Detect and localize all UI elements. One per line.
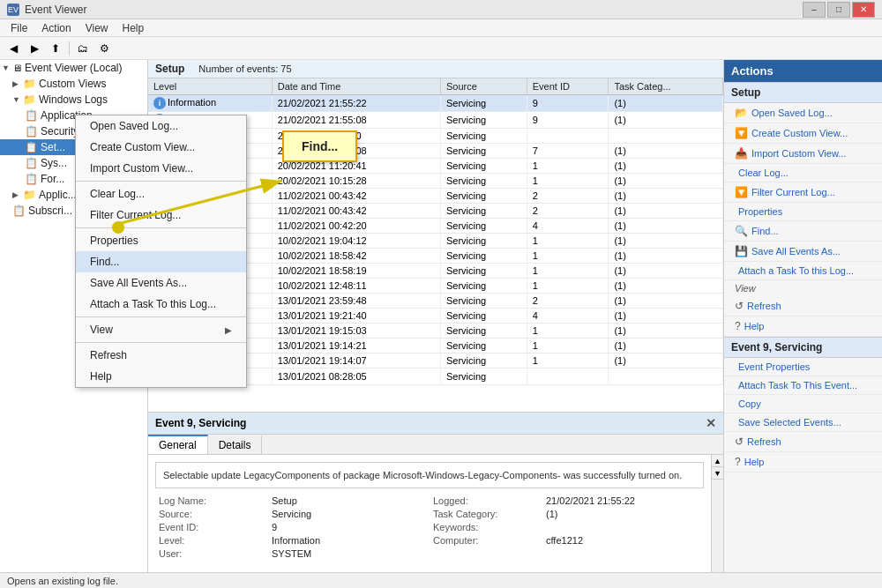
action-open-saved-log[interactable]: 📂 Open Saved Log... [724, 103, 882, 123]
cell-date: 13/01/2021 19:15:03 [272, 324, 440, 339]
action-copy[interactable]: Copy [724, 395, 882, 413]
col-eventid[interactable]: Event ID [527, 78, 609, 95]
ctx-find[interactable]: Find... [76, 251, 246, 272]
action-save-events[interactable]: 💾 Save All Events As... [724, 242, 882, 262]
value-level: Information [272, 535, 426, 546]
tree-item-event-viewer[interactable]: ▼ 🖥 Event Viewer (Local) [0, 60, 147, 76]
bottom-tabs: General Details [148, 435, 723, 455]
tab-details[interactable]: Details [208, 435, 263, 454]
col-source[interactable]: Source [440, 78, 527, 95]
label-logname: Log Name: [159, 495, 265, 506]
col-date[interactable]: Date and Time [272, 78, 440, 95]
title-bar-left: EV Event Viewer [7, 4, 86, 16]
menu-help[interactable]: Help [116, 20, 152, 36]
value-eventid: 9 [272, 522, 426, 532]
action-refresh-setup[interactable]: ↺ Refresh [724, 296, 882, 316]
toolbar-action2[interactable]: ⚙ [94, 40, 114, 57]
ctx-import-custom-view[interactable]: Import Custom View... [76, 158, 246, 179]
toolbar-up[interactable]: ⬆ [46, 40, 65, 57]
bottom-close-button[interactable]: ✕ [706, 416, 716, 430]
menu-action[interactable]: Action [34, 20, 78, 36]
cell-eventid [527, 368, 609, 385]
expand-icon-al: ▶ [12, 190, 23, 199]
action-label-import-custom: Import Custom View... [751, 148, 846, 159]
import-view-icon: 📥 [735, 147, 748, 160]
expand-icon: ▼ [2, 63, 12, 72]
scroll-up-btn[interactable]: ▲ [712, 455, 723, 467]
ctx-view[interactable]: View ▶ [76, 319, 246, 340]
ctx-refresh[interactable]: Refresh [76, 345, 246, 366]
action-clear-log[interactable]: Clear Log... [724, 164, 882, 182]
cell-eventid: 1 [527, 279, 609, 294]
label-user: User: [159, 548, 265, 559]
cell-source: Servicing [440, 144, 527, 159]
maximize-button[interactable]: □ [827, 2, 850, 18]
table-row[interactable]: iInformation21/02/2021 21:55:22Servicing… [148, 95, 723, 112]
ctx-attach-task[interactable]: Attach a Task To this Log... [76, 294, 246, 315]
action-create-custom-view[interactable]: 🔽 Create Custom View... [724, 123, 882, 144]
label-computer: Computer: [433, 535, 539, 546]
toolbar: ◀ ▶ ⬆ 🗂 ⚙ [0, 37, 882, 60]
tree-item-windows-logs[interactable]: ▼ 📁 Windows Logs [0, 92, 147, 108]
action-properties[interactable]: Properties [724, 203, 882, 221]
action-label-properties: Properties [738, 206, 782, 217]
bottom-scrollbar[interactable]: ▲ ▼ [711, 455, 723, 588]
scroll-down-btn[interactable]: ▼ [712, 467, 723, 480]
minimize-button[interactable]: – [803, 2, 826, 18]
cell-eventid: 2 [527, 294, 609, 309]
ctx-open-saved-log[interactable]: Open Saved Log... [76, 115, 246, 137]
action-help-setup[interactable]: ? Help [724, 316, 882, 337]
tree-label-event-viewer: Event Viewer (Local) [25, 62, 123, 74]
cell-task: (1) [609, 294, 723, 309]
cell-eventid: 9 [527, 95, 609, 112]
cell-task: (1) [609, 112, 723, 129]
action-attach-task[interactable]: Attach a Task To this Log... [724, 262, 882, 280]
cell-date: 21/02/2021 21:55:08 [272, 112, 440, 129]
cell-task: (1) [609, 159, 723, 174]
col-task[interactable]: Task Categ... [609, 78, 723, 95]
action-attach-task-event[interactable]: Attach Task To This Event... [724, 376, 882, 395]
cell-eventid [527, 129, 609, 144]
action-filter-log[interactable]: 🔽 Filter Current Log... [724, 182, 882, 203]
cell-date: 10/02/2021 19:04:12 [272, 234, 440, 249]
action-save-selected[interactable]: Save Selected Events... [724, 413, 882, 432]
cell-eventid: 1 [527, 249, 609, 264]
ctx-filter-current-log[interactable]: Filter Current Log... [76, 205, 246, 226]
ctx-help[interactable]: Help [76, 366, 246, 387]
ctx-save-all-events[interactable]: Save All Events As... [76, 272, 246, 294]
ctx-create-custom-view[interactable]: Create Custom View... [76, 137, 246, 158]
action-find[interactable]: 🔍 Find... [724, 221, 882, 242]
ctx-properties[interactable]: Properties [76, 230, 246, 251]
cell-eventid: 1 [527, 159, 609, 174]
tab-general[interactable]: General [148, 435, 208, 454]
cell-level: iInformation [148, 95, 272, 112]
action-label-create-custom: Create Custom View... [751, 128, 848, 138]
cell-date: 10/02/2021 18:58:19 [272, 264, 440, 279]
tree-item-custom-views[interactable]: ▶ 📁 Custom Views [0, 76, 147, 92]
toolbar-separator [69, 41, 70, 56]
action-help-event[interactable]: ? Help [724, 452, 882, 473]
action-event-properties[interactable]: Event Properties [724, 358, 882, 376]
label-eventid: Event ID: [159, 522, 265, 532]
menu-file[interactable]: File [4, 20, 34, 36]
label-logged: Logged: [433, 495, 539, 506]
ctx-clear-log[interactable]: Clear Log... [76, 183, 246, 205]
cell-source: Servicing [440, 129, 527, 144]
cell-eventid: 2 [527, 204, 609, 219]
title-bar-controls: – □ ✕ [803, 2, 875, 18]
menu-view[interactable]: View [78, 20, 116, 36]
toolbar-forward[interactable]: ▶ [25, 40, 44, 57]
close-button[interactable]: ✕ [852, 2, 875, 18]
toolbar-back[interactable]: ◀ [4, 40, 23, 57]
action-label-copy: Copy [738, 398, 761, 409]
action-view-label: View [724, 280, 882, 296]
action-refresh-event[interactable]: ↺ Refresh [724, 432, 882, 452]
tree-label-custom-views: Custom Views [39, 78, 106, 90]
toolbar-action1[interactable]: 🗂 [73, 40, 93, 57]
action-import-custom-view[interactable]: 📥 Import Custom View... [724, 144, 882, 164]
col-level[interactable]: Level [148, 78, 272, 95]
cell-source: Servicing [440, 234, 527, 249]
cell-eventid: 4 [527, 309, 609, 324]
cell-task: (1) [609, 174, 723, 189]
cell-source: Servicing [440, 189, 527, 204]
